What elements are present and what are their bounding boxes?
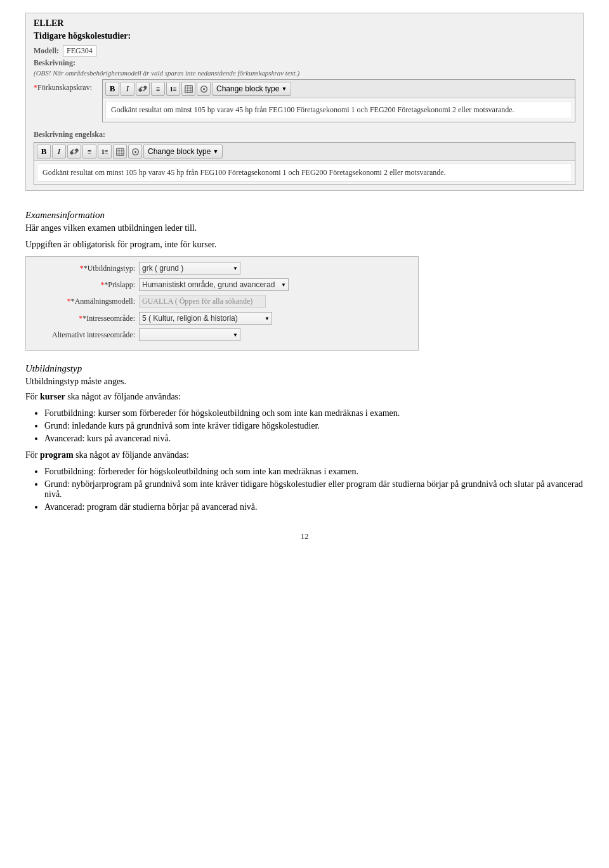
intresseomrade-label-text: *Intresseområde:: [82, 314, 135, 323]
anmalningsmodell-wrapper: GUALLA ( Öppen för alla sökande): [139, 295, 266, 308]
kurser-bullet-list: Forutbildning: kurser som förbereder för…: [44, 408, 584, 444]
tidigare-heading: Tidigare högskolestudier:: [34, 31, 575, 41]
ordered-list-button-1[interactable]: 1≡: [166, 82, 180, 96]
link-icon: [138, 84, 147, 93]
examensinformation-section: Examensinformation Här anges vilken exam…: [25, 210, 584, 250]
alt-intresseomrade-wrapper[interactable]: [139, 328, 240, 341]
forkunskapskrav-row: *Förkunskapskrav: B I ≡ 1≡: [34, 79, 575, 122]
table-icon-2: [116, 148, 124, 156]
beskrivning-note: (OBS! När områdesbehörighetsmodell är va…: [34, 69, 575, 77]
examensinformation-text1: Här anges vilken examen utbildningen led…: [25, 223, 584, 233]
tidigare-hogskolestudier-section: ELLER Tidigare högskolestudier: Modell: …: [25, 13, 584, 191]
utbildningstyp-select[interactable]: grk ( grund ): [139, 262, 240, 275]
program-bullet-3: Avancerad: program där studierna börjar …: [44, 502, 584, 512]
prislapp-wrapper[interactable]: Humanistiskt område, grund avancerad: [139, 278, 289, 291]
utbildningstyp-wrapper[interactable]: grk ( grund ): [139, 262, 240, 275]
utbildningstyp-must-anges: Utbildningstyp måste anges.: [25, 377, 584, 387]
program-bullet-list: Forutbildning: förbereder för högskoleut…: [44, 467, 584, 512]
model-row: Modell: FEG304: [34, 45, 575, 57]
beskrivning-label: Beskrivning:: [34, 58, 575, 68]
table-icon-1: [185, 85, 193, 93]
ul-icon-2: ≡: [88, 148, 91, 155]
kurser-bullet-3: Avancerad: kurs på avancerad nivå.: [44, 434, 584, 444]
alt-intresseomrade-label: Alternativt intresseområde:: [34, 330, 135, 340]
program-bullet-1: Forutbildning: förbereder för högskoleut…: [44, 467, 584, 477]
source-icon-1: [200, 85, 208, 93]
utbildningstyp-row: **Utbildningstyp: grk ( grund ): [34, 262, 410, 275]
unordered-list-button-1[interactable]: ≡: [151, 82, 165, 96]
ul-icon-1: ≡: [156, 85, 160, 93]
change-block-type-button-1[interactable]: Change block type ▼: [212, 82, 291, 96]
intresseomrade-row: **Intresseområde: 5 ( Kultur, religion &…: [34, 312, 410, 325]
editor-content-2[interactable]: Godkänt resultat om minst 105 hp varav 4…: [37, 164, 572, 182]
source-button-2[interactable]: [128, 145, 142, 159]
change-block-type-label-1: Change block type: [216, 84, 279, 93]
kurser-bullet-1: Forutbildning: kurser som förbereder för…: [44, 408, 584, 418]
italic-button-1[interactable]: I: [121, 82, 134, 96]
italic-button-2[interactable]: I: [52, 145, 66, 159]
change-block-type-button-2[interactable]: Change block type ▼: [143, 145, 223, 159]
link-icon-2: [70, 147, 79, 156]
svg-point-6: [202, 87, 204, 89]
intresseomrade-wrapper[interactable]: 5 ( Kultur, religion & historia): [139, 312, 272, 325]
utbildningstyp-label: **Utbildningstyp:: [34, 264, 135, 273]
examensinformation-text2: Uppgiften är obligatorisk för program, i…: [25, 240, 584, 250]
source-icon-2: [131, 148, 140, 156]
change-block-arrow-2: ▼: [213, 148, 218, 155]
forkunskapskrav-label: *Förkunskapskrav:: [34, 79, 97, 93]
program-bold: program: [40, 450, 74, 460]
source-button-1[interactable]: [197, 82, 211, 96]
anmalningsmodell-value: GUALLA ( Öppen för alla sökande): [139, 295, 266, 308]
model-label: Modell:: [34, 46, 59, 56]
toolbar-row-1: B I ≡ 1≡: [103, 80, 575, 98]
eller-label: ELLER: [34, 18, 575, 29]
ordered-list-button-2[interactable]: 1≡: [98, 145, 112, 159]
prislapp-row: **Prislapp: Humanistiskt område, grund a…: [34, 278, 410, 291]
anmalningsmodell-label-text: *Anmälningsmodell:: [71, 297, 135, 306]
editor-container-1: B I ≡ 1≡: [102, 79, 575, 122]
kurser-bold: kurser: [40, 392, 65, 401]
beskrivning-section: Beskrivning: (OBS! När områdesbehörighet…: [34, 58, 575, 77]
page-number: 12: [25, 531, 584, 541]
alt-intresseomrade-row: Alternativt intresseområde:: [34, 328, 410, 341]
editor-content-1[interactable]: Godkänt resultat om minst 105 hp varav 4…: [105, 101, 572, 119]
change-block-type-label-2: Change block type: [148, 147, 211, 156]
utbildningstyp-label-text: *Utbildningstyp:: [84, 264, 135, 273]
svg-point-13: [134, 150, 136, 152]
bold-button-2[interactable]: B: [37, 145, 51, 159]
examensinformation-heading: Examensinformation: [25, 210, 584, 221]
program-bullet-2: Grund: nybörjarprogram på grundnivå som …: [44, 479, 584, 500]
kurser-intro: För kurser ska något av följande använda…: [25, 392, 584, 402]
forkunskapskrav-text: Förkunskapskrav:: [37, 83, 92, 92]
editor-container-2: B I ≡ 1≡: [34, 142, 575, 185]
utbildningstyp-description-heading: Utbildningstyp: [25, 363, 584, 374]
unordered-list-button-2[interactable]: ≡: [82, 145, 96, 159]
anmalningsmodell-row: **Anmälningsmodell: GUALLA ( Öppen för a…: [34, 295, 410, 308]
ol-icon-1: 1≡: [170, 86, 177, 93]
svg-rect-0: [185, 85, 192, 92]
beskrivning-engelska-label: Beskrivning engelska:: [34, 130, 575, 139]
prislapp-select[interactable]: Humanistiskt område, grund avancerad: [139, 278, 289, 291]
program-intro: För program ska något av följande använd…: [25, 450, 584, 460]
table-button-1[interactable]: [181, 82, 195, 96]
utbildningstyp-description-section: Utbildningstyp Utbildningstyp måste ange…: [25, 363, 584, 512]
toolbar-row-2: B I ≡ 1≡: [34, 143, 575, 161]
ol-icon-2: 1≡: [102, 148, 108, 155]
change-block-arrow-1: ▼: [281, 86, 287, 92]
bold-button-1[interactable]: B: [105, 82, 119, 96]
prislapp-label-text: *Prislapp:: [104, 280, 135, 289]
alt-intresseomrade-select[interactable]: [139, 328, 240, 341]
svg-rect-7: [116, 148, 123, 155]
beskrivning-engelska-section: Beskrivning engelska:: [34, 130, 575, 139]
intresseomrade-label: **Intresseområde:: [34, 314, 135, 323]
intresseomrade-select[interactable]: 5 ( Kultur, religion & historia): [139, 312, 272, 325]
prislapp-label: **Prislapp:: [34, 280, 135, 290]
examen-form: **Utbildningstyp: grk ( grund ) **Prisla…: [25, 256, 419, 351]
link-button-1[interactable]: [136, 82, 150, 96]
model-value: FEG304: [63, 45, 96, 57]
anmalningsmodell-label: **Anmälningsmodell:: [34, 297, 135, 306]
kurser-bullet-2: Grund: inledande kurs på grundnivå som i…: [44, 421, 584, 431]
link-button-2[interactable]: [67, 145, 81, 159]
table-button-2[interactable]: [113, 145, 127, 159]
